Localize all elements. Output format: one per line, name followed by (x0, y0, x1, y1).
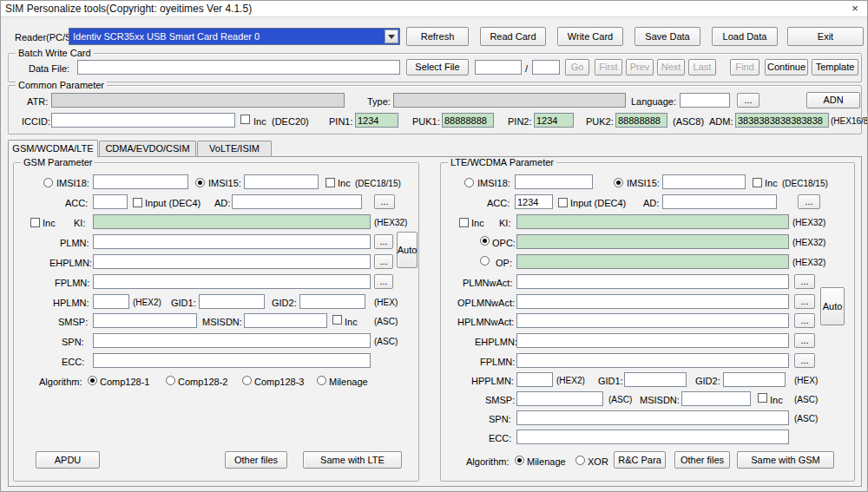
language-field[interactable] (680, 93, 730, 108)
gsm-auto-button[interactable]: Auto (397, 232, 418, 268)
batch-total-field[interactable] (532, 60, 560, 75)
close-icon[interactable]: × (848, 2, 862, 16)
gsm-ad-field[interactable] (232, 194, 362, 209)
lte-ehplmn-field[interactable] (516, 333, 789, 348)
lte-msisdn-field[interactable] (681, 391, 751, 406)
lte-op-radio[interactable] (480, 256, 490, 266)
gsm-fplmn-field[interactable] (93, 274, 371, 289)
gsm-algo-comp128-1-radio[interactable] (88, 376, 97, 385)
gsm-algo-comp128-3-radio[interactable] (242, 376, 252, 385)
lte-other-files-button[interactable]: Other files (674, 451, 730, 469)
gsm-fplmn-ellipsis-button[interactable]: ... (374, 274, 393, 289)
lte-op-field[interactable] (516, 254, 789, 269)
adm-field[interactable] (735, 113, 829, 128)
gsm-algo-comp128-2-radio[interactable] (166, 376, 175, 385)
gsm-gid2-field[interactable] (299, 294, 365, 309)
tab-gsm-wcdma-lte[interactable]: GSM/WCDMA/LTE (8, 140, 98, 157)
next-button[interactable]: Next (657, 59, 685, 75)
lte-imsi18-field[interactable] (515, 174, 593, 189)
find-button[interactable]: Find (730, 59, 760, 75)
gsm-other-files-button[interactable]: Other files (225, 451, 287, 469)
load-data-button[interactable]: Load Data (712, 27, 778, 46)
gsm-plmn-field[interactable] (93, 234, 371, 249)
lte-smsp-field[interactable] (516, 391, 603, 406)
select-file-button[interactable]: Select File (406, 59, 469, 75)
iccid-inc-checkbox[interactable] (240, 115, 250, 124)
puk1-field[interactable] (442, 113, 494, 128)
reader-combobox[interactable]: Identiv SCR35xx USB Smart Card Reader 0 (69, 28, 400, 45)
language-ellipsis-button[interactable]: ... (737, 93, 760, 108)
lte-opc-radio[interactable] (480, 236, 490, 246)
lte-auto-button[interactable]: Auto (820, 287, 845, 325)
gsm-algo-milenage-radio[interactable] (317, 376, 326, 385)
gsm-ehplmn-field[interactable] (93, 254, 371, 269)
lte-ki-field[interactable] (516, 214, 789, 229)
gsm-ehplmn-ellipsis-button[interactable]: ... (374, 254, 393, 269)
dropdown-arrow-icon[interactable] (385, 30, 398, 43)
gsm-msisdn-field[interactable] (244, 313, 327, 328)
gsm-imsi-inc-checkbox[interactable] (326, 178, 335, 187)
last-button[interactable]: Last (688, 59, 716, 75)
adn-button[interactable]: ADN (806, 92, 860, 108)
gsm-ad-ellipsis-button[interactable]: ... (374, 194, 395, 209)
tab-volte-isim[interactable]: VoLTE/ISIM (197, 141, 272, 156)
lte-algo-milenage-radio[interactable] (515, 456, 524, 465)
gsm-gid1-field[interactable] (199, 294, 265, 309)
batch-index-field[interactable] (475, 60, 522, 75)
lte-acc-input-checkbox[interactable] (558, 198, 568, 207)
lte-fplmn-ellipsis-button[interactable]: ... (794, 353, 815, 368)
lte-ad-field[interactable] (662, 194, 777, 209)
gsm-acc-field[interactable] (93, 194, 128, 209)
lte-spn-field[interactable] (516, 410, 789, 425)
template-button[interactable]: Template (812, 59, 858, 75)
refresh-button[interactable]: Refresh (406, 27, 469, 46)
gsm-msisdn-inc-checkbox[interactable] (332, 315, 342, 325)
go-button[interactable]: Go (565, 59, 589, 75)
lte-plmnwact-ellipsis-button[interactable]: ... (794, 274, 815, 289)
save-data-button[interactable]: Save Data (635, 27, 700, 46)
gsm-acc-input-checkbox[interactable] (133, 198, 142, 207)
lte-hplmnwact-ellipsis-button[interactable]: ... (794, 313, 815, 328)
gsm-ecc-field[interactable] (93, 353, 371, 368)
lte-oplmnwact-ellipsis-button[interactable]: ... (794, 294, 815, 309)
lte-gid2-field[interactable] (723, 372, 786, 387)
prev-button[interactable]: Prev (626, 59, 654, 75)
lte-ecc-field[interactable] (516, 430, 789, 444)
lte-acc-field[interactable] (515, 194, 553, 209)
lte-hplmnwact-field[interactable] (516, 313, 789, 328)
gsm-imsi15-radio[interactable] (195, 178, 205, 187)
lte-imsi15-radio[interactable] (614, 178, 623, 187)
lte-ehplmn-ellipsis-button[interactable]: ... (794, 333, 815, 348)
apdu-button[interactable]: APDU (36, 451, 100, 469)
gsm-ki-field[interactable] (93, 214, 371, 229)
lte-hpplmn-field[interactable] (516, 372, 553, 387)
continue-button[interactable]: Continue (765, 59, 808, 75)
gsm-imsi15-field[interactable] (244, 174, 319, 189)
lte-oplmnwact-field[interactable] (516, 294, 789, 309)
lte-msisdn-inc-checkbox[interactable] (758, 393, 767, 403)
same-with-gsm-button[interactable]: Same with GSM (737, 451, 834, 469)
lte-plmnwact-field[interactable] (516, 274, 789, 289)
lte-imsi18-radio[interactable] (464, 178, 474, 187)
lte-imsi-inc-checkbox[interactable] (753, 178, 762, 187)
lte-gid1-field[interactable] (624, 372, 687, 387)
first-button[interactable]: First (595, 59, 622, 75)
data-file-field[interactable] (77, 60, 400, 75)
puk2-field[interactable] (615, 113, 667, 128)
exit-button[interactable]: Exit (787, 27, 864, 46)
write-card-button[interactable]: Write Card (557, 27, 623, 46)
rc-para-button[interactable]: R&C Para (614, 451, 666, 469)
lte-ki-inc-checkbox[interactable] (459, 218, 469, 227)
gsm-hplmn-field[interactable] (93, 294, 129, 309)
gsm-plmn-ellipsis-button[interactable]: ... (374, 234, 393, 249)
gsm-spn-field[interactable] (93, 333, 371, 348)
pin1-field[interactable] (355, 113, 398, 128)
pin2-field[interactable] (534, 113, 574, 128)
lte-fplmn-field[interactable] (516, 353, 789, 368)
gsm-ki-inc-checkbox[interactable] (30, 218, 40, 227)
lte-ad-ellipsis-button[interactable]: ... (798, 194, 820, 209)
tab-cdma-evdo-csim[interactable]: CDMA/EVDO/CSIM (99, 141, 196, 156)
lte-imsi15-field[interactable] (662, 174, 746, 189)
gsm-smsp-field[interactable] (93, 313, 197, 328)
iccid-field[interactable] (51, 113, 235, 128)
